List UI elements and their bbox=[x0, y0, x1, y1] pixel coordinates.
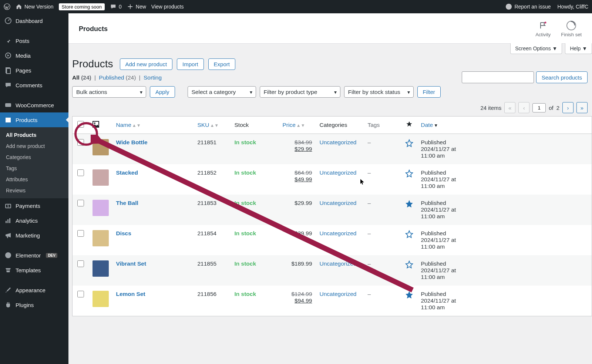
view-products-link[interactable]: View products bbox=[151, 4, 184, 10]
sidebar-item-appearance[interactable]: Appearance bbox=[0, 283, 68, 297]
product-name-link[interactable]: Wide Bottle bbox=[116, 139, 148, 145]
product-thumbnail[interactable] bbox=[92, 139, 109, 155]
comments-link[interactable]: 0 bbox=[110, 3, 122, 10]
svg-rect-5 bbox=[7, 68, 10, 74]
sidebar-item-media[interactable]: Media bbox=[0, 48, 68, 63]
product-thumbnail[interactable] bbox=[92, 291, 109, 307]
svg-rect-13 bbox=[9, 218, 10, 223]
filter-button[interactable]: Filter bbox=[417, 86, 441, 98]
price-column-header[interactable]: Price bbox=[283, 122, 296, 128]
product-category-link[interactable]: Uncategorized bbox=[320, 169, 357, 176]
product-tags: – bbox=[364, 195, 401, 225]
stock-status-filter-select[interactable]: Filter by stock status bbox=[344, 86, 414, 98]
comments-icon bbox=[4, 81, 12, 89]
filter-sorting-link[interactable]: Sorting bbox=[144, 74, 162, 81]
product-search-input[interactable] bbox=[462, 71, 534, 83]
row-checkbox[interactable] bbox=[77, 139, 84, 146]
sku-column-header[interactable]: SKU bbox=[198, 122, 209, 128]
new-content-link[interactable]: New bbox=[127, 3, 146, 10]
row-checkbox[interactable] bbox=[77, 200, 84, 206]
featured-star-toggle[interactable] bbox=[405, 294, 413, 300]
help-button[interactable]: Help ▼ bbox=[565, 43, 592, 54]
featured-star-toggle[interactable] bbox=[405, 263, 413, 270]
sidebar-item-marketing[interactable]: Marketing bbox=[0, 228, 68, 243]
submenu-attributes[interactable]: Attributes bbox=[0, 174, 68, 185]
woocommerce-icon bbox=[4, 101, 12, 109]
product-thumbnail[interactable] bbox=[92, 200, 109, 216]
product-name-link[interactable]: Stacked bbox=[116, 169, 138, 176]
submenu-tags[interactable]: Tags bbox=[0, 163, 68, 174]
featured-star-toggle[interactable] bbox=[405, 203, 413, 209]
product-category-link[interactable]: Uncategorized bbox=[320, 230, 357, 236]
table-row: Stacked 211852 In stock $64.99$49.99 Unc… bbox=[73, 164, 592, 195]
featured-star-toggle[interactable] bbox=[405, 233, 413, 239]
sidebar-item-posts[interactable]: Posts bbox=[0, 33, 68, 48]
featured-star-toggle[interactable] bbox=[405, 172, 413, 179]
import-button[interactable]: Import bbox=[177, 58, 204, 70]
add-new-product-button[interactable]: Add new product bbox=[120, 58, 173, 70]
date-column-header[interactable]: Date bbox=[421, 122, 433, 128]
sidebar-item-analytics[interactable]: Analytics bbox=[0, 213, 68, 228]
product-category-link[interactable]: Uncategorized bbox=[320, 200, 357, 206]
sidebar-item-payments[interactable]: $Payments bbox=[0, 198, 68, 213]
name-column-header[interactable]: Name bbox=[116, 122, 131, 128]
product-type-filter-select[interactable]: Filter by product type bbox=[260, 86, 340, 98]
sidebar-item-woocommerce[interactable]: WooCommerce bbox=[0, 98, 68, 112]
current-page-input[interactable] bbox=[532, 103, 546, 112]
product-category-link[interactable]: Uncategorized bbox=[320, 139, 357, 145]
submenu-all-products[interactable]: All Products bbox=[0, 129, 68, 141]
product-tags: – bbox=[364, 225, 401, 255]
pagination-top: 24 items « ‹ of 2 › » bbox=[72, 101, 592, 116]
megaphone-icon bbox=[4, 232, 12, 239]
sidebar-item-pages[interactable]: Pages bbox=[0, 63, 68, 78]
product-name-link[interactable]: The Ball bbox=[116, 200, 138, 206]
sidebar-item-elementor[interactable]: ElementorDEV bbox=[0, 248, 68, 263]
finish-setup-button[interactable]: Finish set bbox=[561, 21, 582, 37]
screen-options-button[interactable]: Screen Options ▼ bbox=[510, 43, 562, 54]
export-button[interactable]: Export bbox=[208, 58, 235, 70]
product-date: Published2024/11/27 at11:00 am bbox=[417, 255, 592, 286]
wordpress-logo[interactable] bbox=[4, 3, 10, 10]
sidebar-item-dashboard[interactable]: Dashboard bbox=[0, 13, 68, 28]
product-category-link[interactable]: Uncategorized bbox=[320, 291, 357, 297]
product-name-link[interactable]: Vibrant Set bbox=[116, 260, 147, 267]
submenu-categories[interactable]: Categories bbox=[0, 152, 68, 163]
svg-point-14 bbox=[5, 252, 11, 258]
search-products-button[interactable]: Search products bbox=[536, 71, 588, 83]
product-thumbnail[interactable] bbox=[92, 169, 109, 186]
row-checkbox[interactable] bbox=[77, 230, 84, 237]
product-name-link[interactable]: Discs bbox=[116, 230, 131, 236]
admin-sidebar: Dashboard Posts Media Pages Comments Woo… bbox=[0, 13, 68, 364]
home-icon[interactable]: New Version bbox=[16, 3, 54, 10]
elementor-sidebar-icon bbox=[4, 252, 12, 259]
category-filter-select[interactable]: Select a category bbox=[188, 86, 256, 98]
store-status-badge[interactable]: Store coming soon bbox=[59, 3, 105, 10]
bulk-actions-select[interactable]: Bulk actions bbox=[72, 86, 146, 98]
row-checkbox[interactable] bbox=[77, 291, 84, 297]
next-page-button[interactable]: › bbox=[562, 102, 574, 113]
filter-published-link[interactable]: Published (24) bbox=[99, 74, 136, 81]
product-thumbnail[interactable] bbox=[92, 260, 109, 277]
submenu-reviews[interactable]: Reviews bbox=[0, 185, 68, 196]
svg-rect-12 bbox=[7, 219, 9, 223]
sidebar-item-plugins[interactable]: Plugins bbox=[0, 297, 68, 312]
submenu-add-new-product[interactable]: Add new product bbox=[0, 141, 68, 152]
sidebar-item-templates[interactable]: Templates bbox=[0, 263, 68, 277]
select-all-checkbox[interactable] bbox=[77, 121, 84, 128]
report-issue-link[interactable]: Report an issue bbox=[505, 3, 551, 10]
product-tags: – bbox=[364, 134, 401, 165]
featured-star-toggle[interactable] bbox=[405, 142, 413, 148]
filter-all-link[interactable]: All (24) bbox=[72, 74, 91, 81]
howdy-user[interactable]: Howdy, CliffC bbox=[557, 4, 588, 10]
row-checkbox[interactable] bbox=[77, 169, 84, 176]
svg-rect-11 bbox=[6, 221, 7, 223]
apply-bulk-button[interactable]: Apply bbox=[150, 86, 175, 98]
activity-button[interactable]: Activity bbox=[535, 21, 551, 37]
product-name-link[interactable]: Lemon Set bbox=[116, 291, 145, 297]
product-category-link[interactable]: Uncategorized bbox=[320, 260, 357, 267]
sidebar-item-comments[interactable]: Comments bbox=[0, 78, 68, 92]
sidebar-item-products[interactable]: Products bbox=[0, 112, 68, 127]
row-checkbox[interactable] bbox=[77, 260, 84, 267]
product-thumbnail[interactable] bbox=[92, 230, 109, 246]
last-page-button[interactable]: » bbox=[576, 102, 588, 113]
